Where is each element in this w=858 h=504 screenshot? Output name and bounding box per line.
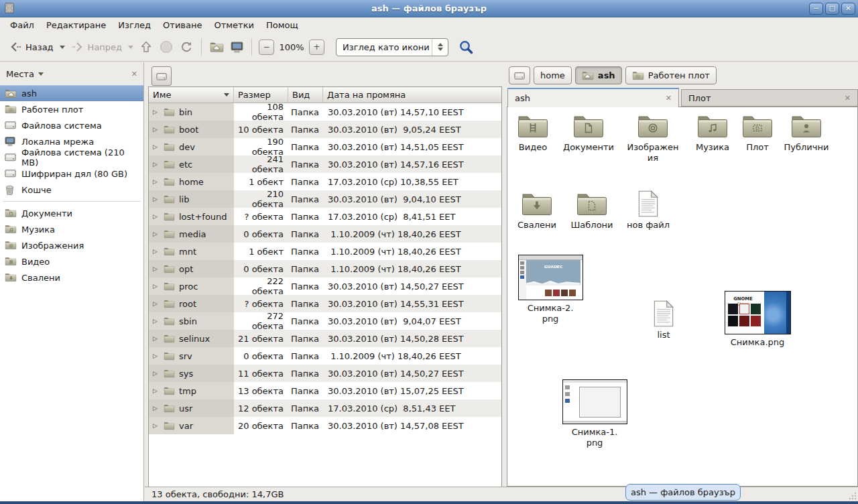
breadcrumb-root-button[interactable] (509, 66, 530, 84)
expander-icon[interactable]: ▷ (153, 143, 160, 150)
sidebar-item-video[interactable]: Видео (0, 253, 143, 269)
maximize-button[interactable]: □ (825, 3, 839, 15)
root-location-button[interactable] (151, 66, 172, 86)
sidebar-item-encrypted-80gb[interactable]: Шифриран дял (80 GB) (0, 166, 143, 182)
icon-file-snimka-1[interactable]: Снимка-1.png (560, 379, 629, 449)
menu-bookmarks[interactable]: Отметки (208, 19, 259, 32)
sidebar-item-downloads[interactable]: Свалени (0, 269, 143, 286)
expander-icon[interactable]: ▷ (153, 196, 160, 202)
expander-icon[interactable]: ▷ (153, 265, 160, 272)
forward-dropdown[interactable] (128, 46, 133, 49)
menu-file[interactable]: Файл (4, 19, 40, 32)
view-mode-select[interactable]: Изглед като икони (336, 38, 448, 56)
expander-icon[interactable]: ▷ (153, 318, 160, 324)
column-header-date[interactable]: Дата на промяна (323, 87, 501, 103)
tree-row-selinux[interactable]: ▷selinux21 обектаПапка30.03.2010 (вт) 14… (149, 330, 501, 347)
tree-row-lost-found[interactable]: ▷lost+found? обектаПапка17.03.2010 (ср) … (149, 208, 501, 225)
sidebar-item-music[interactable]: Музика (0, 221, 143, 237)
menu-edit[interactable]: Редактиране (40, 19, 112, 32)
sidebar-item-desktop[interactable]: Работен плот (0, 101, 143, 117)
tree-row-opt[interactable]: ▷opt0 обектаПапка 1.10.2009 (чт) 18,40,2… (149, 260, 501, 277)
icon-file-list[interactable]: list (633, 300, 694, 340)
expander-icon[interactable]: ▷ (153, 178, 160, 185)
close-button[interactable]: ✕ (841, 3, 855, 15)
resize-grip[interactable] (849, 492, 857, 500)
back-button[interactable]: Назад (5, 37, 57, 57)
zoom-out-button[interactable]: − (259, 40, 274, 55)
expander-icon[interactable]: ▷ (153, 231, 160, 237)
tree-row-sys[interactable]: ▷sys11 обектаПапка30.03.2010 (вт) 14,50,… (149, 365, 501, 382)
minimize-button[interactable]: ─ (809, 3, 823, 15)
tree-row-home[interactable]: ▷home1 обектПапка17.03.2010 (ср) 10,38,5… (149, 173, 501, 190)
tree-row-var[interactable]: ▷var20 обектаПапка30.03.2010 (вт) 14,57,… (149, 417, 501, 434)
tree-row-lib[interactable]: ▷lib210 обектаПапка30.03.2010 (вт) 9,04,… (149, 190, 501, 208)
icon-downloads-folder[interactable]: Свалени (507, 192, 567, 231)
expander-icon[interactable]: ▷ (153, 109, 160, 115)
menu-help[interactable]: Помощ (260, 19, 304, 32)
breadcrumb-desktop-button[interactable]: Работен плот (625, 66, 717, 84)
stop-button[interactable] (156, 37, 176, 57)
tree-row-proc[interactable]: ▷proc222 обектаПапка30.03.2010 (вт) 14,5… (149, 277, 501, 295)
tree-row-root[interactable]: ▷root? обектаПапка30.03.2010 (вт) 14,55,… (149, 295, 501, 312)
icon-documents-folder[interactable]: Документи (558, 114, 619, 153)
tab-close-icon[interactable]: ✕ (845, 94, 851, 103)
icon-public-folder[interactable]: Публични (776, 114, 837, 153)
sidebar-item-filesystem[interactable]: Файлова система (0, 117, 143, 133)
expander-icon[interactable]: ▷ (153, 405, 160, 412)
expander-icon[interactable]: ▷ (153, 213, 160, 220)
computer-button[interactable] (227, 38, 247, 56)
home-button[interactable] (206, 38, 227, 56)
titlebar[interactable]: ash — файлов браузър ─ □ ✕ (0, 0, 858, 17)
zoom-in-button[interactable]: + (309, 40, 324, 55)
sidebar-item-filesystem-210mb[interactable]: Файлова система (210 MB) (0, 149, 143, 166)
icon-file-snimka-2[interactable]: GUADEC Снимка-2.png (516, 255, 585, 325)
icon-pictures-folder[interactable]: Изображения (625, 114, 681, 164)
tree-row-bin[interactable]: ▷bin108 обектаПапка30.03.2010 (вт) 14,57… (149, 103, 501, 121)
tab-plot[interactable]: Плот ✕ (681, 89, 858, 107)
tree-row-etc[interactable]: ▷etc241 обектаПапка30.03.2010 (вт) 14,57… (149, 155, 501, 173)
expander-icon[interactable]: ▷ (153, 387, 160, 394)
sidebar-item-pictures[interactable]: Изображения (0, 237, 143, 253)
chevron-down-icon[interactable] (38, 72, 44, 76)
menu-go[interactable]: Отиване (157, 19, 208, 32)
search-button[interactable] (455, 36, 478, 58)
icon-file-snimka[interactable]: GNOME Store Снимка.png (723, 291, 792, 348)
tab-close-icon[interactable]: ✕ (666, 94, 672, 103)
column-header-size[interactable]: Размер (234, 87, 288, 103)
sidebar-item-trash[interactable]: Кошче (0, 182, 143, 198)
tree-row-tmp[interactable]: ▷tmp13 обектаПапка30.03.2010 (вт) 15,07,… (149, 382, 501, 399)
icon-new-file[interactable]: нов файл (618, 190, 678, 231)
expander-icon[interactable]: ▷ (153, 335, 160, 342)
tree-row-usr[interactable]: ▷usr12 обектаПапка17.03.2010 (ср) 8,51,4… (149, 399, 501, 417)
column-header-type[interactable]: Вид (288, 87, 323, 103)
expander-icon[interactable]: ▷ (153, 300, 160, 307)
expander-icon[interactable]: ▷ (153, 248, 160, 255)
expander-icon[interactable]: ▷ (153, 370, 160, 377)
back-dropdown[interactable] (60, 46, 65, 49)
expander-icon[interactable]: ▷ (153, 161, 160, 168)
forward-button[interactable]: Напред (68, 37, 125, 57)
expander-icon[interactable]: ▷ (153, 126, 160, 133)
reload-button[interactable] (176, 37, 196, 57)
sidebar-item-ash[interactable]: ash (0, 85, 143, 101)
icon-video-folder[interactable]: Видео (507, 114, 563, 153)
taskbar-window-button[interactable]: ash — файлов браузър (625, 484, 741, 501)
menu-view[interactable]: Изглед (112, 19, 157, 32)
tab-ash[interactable]: ash ✕ (507, 88, 679, 107)
tree-row-mnt[interactable]: ▷mnt1 обектПапка 1.10.2009 (чт) 18,40,26… (149, 243, 501, 260)
sidebar-close-icon[interactable]: ✕ (131, 70, 137, 78)
breadcrumb-home-button[interactable]: home (534, 66, 572, 84)
column-header-name[interactable]: Име (149, 87, 234, 103)
tree-row-boot[interactable]: ▷boot10 обектаПапка30.03.2010 (вт) 9,05,… (149, 121, 501, 138)
tree-row-dev[interactable]: ▷dev190 обектаПапка30.03.2010 (вт) 14,51… (149, 138, 501, 155)
tree-row-media[interactable]: ▷media0 обектаПапка 1.10.2009 (чт) 18,40… (149, 225, 501, 243)
up-button[interactable] (136, 37, 156, 57)
tree-row-srv[interactable]: ▷srv0 обектаПапка 1.10.2009 (чт) 18,40,2… (149, 347, 501, 365)
sidebar-mode-select[interactable]: Места (6, 69, 34, 79)
expander-icon[interactable]: ▷ (153, 353, 160, 359)
icon-templates-folder[interactable]: Шаблони (562, 192, 622, 231)
expander-icon[interactable]: ▷ (153, 283, 160, 290)
breadcrumb-ash-button[interactable]: ash (575, 66, 622, 84)
expander-icon[interactable]: ▷ (153, 422, 160, 429)
tree-row-sbin[interactable]: ▷sbin272 обектаПапка30.03.2010 (вт) 9,04… (149, 312, 501, 330)
